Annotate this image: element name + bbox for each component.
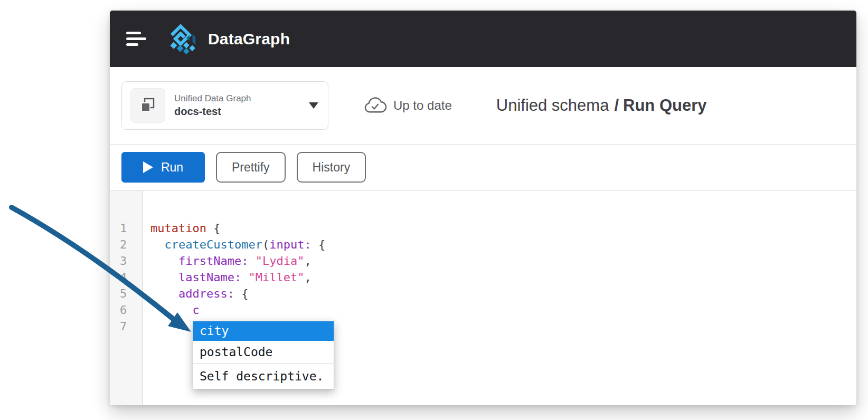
query-editor[interactable]: 1234567 mutation { createCustomer(input:… [110, 190, 856, 405]
code-line: address: { [150, 285, 325, 302]
datagraph-logo-icon [165, 22, 197, 56]
sync-status-label: Up to date [393, 98, 452, 113]
line-number: 7 [110, 318, 142, 335]
code-line: lastName: "Millet", [150, 269, 325, 285]
play-icon [143, 161, 153, 173]
graph-type-label: Unified Data Graph [174, 93, 251, 104]
cloud-check-icon [363, 97, 386, 115]
breadcrumb-separator: / [614, 96, 619, 114]
line-number: 5 [110, 285, 142, 302]
sync-status: Up to date [363, 97, 452, 115]
line-numbers: 1234567 [110, 190, 143, 405]
menu-icon[interactable] [126, 32, 146, 46]
code-line: mutation { [150, 220, 325, 236]
line-number: 6 [110, 302, 142, 318]
run-button-label: Run [161, 160, 183, 175]
chevron-down-icon [309, 102, 318, 109]
page: DataGraph Unified Data Graph docs-test [0, 0, 868, 420]
line-number: 4 [110, 269, 142, 285]
app-window: DataGraph Unified Data Graph docs-test [110, 11, 856, 405]
breadcrumb-schema: Unified schema [496, 96, 609, 114]
breadcrumb: Unified schema/Run Query [496, 96, 707, 115]
autocomplete-item[interactable]: city [193, 321, 334, 341]
code-line: c [150, 302, 325, 318]
app-header: DataGraph [110, 11, 856, 67]
breadcrumb-page: Run Query [623, 96, 706, 114]
line-number: 1 [110, 220, 142, 236]
graph-selector[interactable]: Unified Data Graph docs-test [121, 81, 328, 130]
graph-icon [130, 88, 165, 123]
line-number: 2 [110, 236, 142, 253]
toolbar: Unified Data Graph docs-test Up to date … [110, 67, 856, 145]
autocomplete-items: citypostalCode [193, 321, 334, 364]
graph-name: docs-test [174, 104, 251, 118]
line-number: 3 [110, 253, 142, 269]
autocomplete-item[interactable]: postalCode [193, 341, 334, 364]
history-button[interactable]: History [297, 152, 366, 183]
autocomplete-popup: citypostalCode Self descriptive. [193, 321, 334, 389]
actions-bar: Run Prettify History [110, 145, 856, 190]
code-line: createCustomer(input: { [150, 236, 325, 253]
autocomplete-description: Self descriptive. [193, 364, 334, 389]
app-title: DataGraph [208, 30, 290, 48]
run-button[interactable]: Run [121, 152, 205, 183]
prettify-button[interactable]: Prettify [216, 152, 286, 183]
code-line: firstName: "Lydia", [150, 253, 325, 269]
